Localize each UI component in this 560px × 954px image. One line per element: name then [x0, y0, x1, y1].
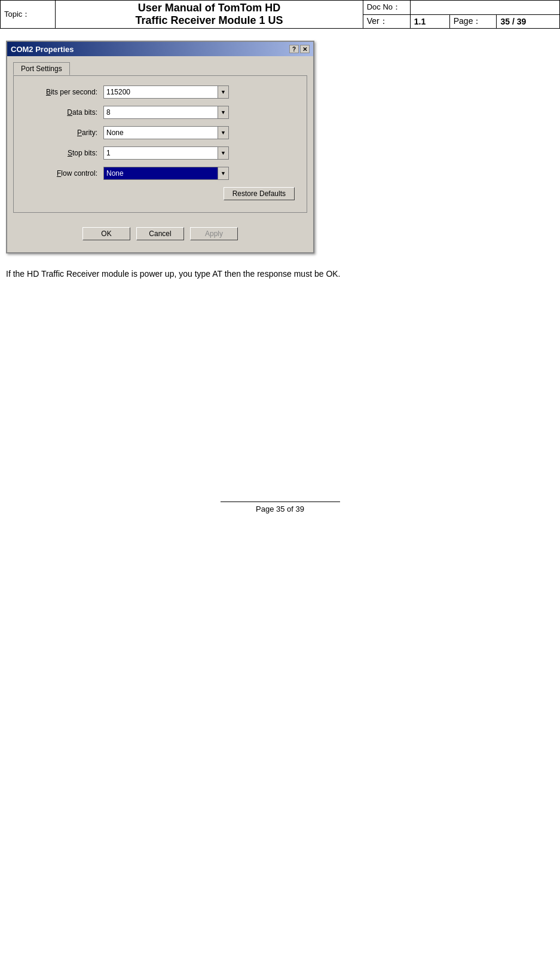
parity-dropdown[interactable]: ▼: [218, 126, 229, 139]
parity-label: Parity:: [26, 129, 97, 137]
com2-properties-dialog: COM2 Properties ? ✕ Port Settings: [6, 41, 314, 253]
page-label: Page：: [449, 14, 497, 29]
topic-label: Topic：: [1, 1, 56, 29]
bits-per-second-dropdown[interactable]: ▼: [218, 85, 229, 99]
bits-per-second-field[interactable]: 115200: [103, 85, 218, 99]
docno-value: [410, 1, 559, 15]
docno-label: Doc No：: [363, 1, 410, 15]
screenshot-container: COM2 Properties ? ✕ Port Settings: [6, 41, 554, 253]
bits-per-second-label: Bits per second:: [26, 88, 97, 96]
page-footer: Page 35 of 39: [221, 502, 340, 513]
tab-port-settings[interactable]: Port Settings: [13, 62, 70, 75]
ok-button[interactable]: OK: [82, 227, 130, 240]
flow-control-field[interactable]: None: [103, 167, 218, 180]
data-bits-dropdown[interactable]: ▼: [218, 106, 229, 119]
cancel-button[interactable]: Cancel: [136, 227, 184, 240]
stop-bits-label: Stop bits:: [26, 149, 97, 157]
bits-per-second-row: Bits per second: 115200 ▼: [26, 85, 295, 99]
page-value: 35 / 39: [497, 14, 560, 29]
main-content: COM2 Properties ? ✕ Port Settings: [0, 29, 560, 292]
data-bits-wrapper: 8 ▼: [103, 106, 229, 119]
dialog-tabs: Port Settings: [13, 62, 307, 75]
body-paragraph: If the HD Traffic Receiver module is pow…: [6, 268, 554, 280]
close-button[interactable]: ✕: [300, 45, 310, 53]
header-table: Topic： User Manual of TomTom HD Traffic …: [0, 0, 560, 29]
restore-btn-row: Restore Defaults: [26, 187, 295, 200]
dialog-body: Port Settings Bits per second: 115200: [7, 56, 313, 252]
parity-field[interactable]: None: [103, 126, 218, 139]
flow-control-row: Flow control: None ▼: [26, 167, 295, 180]
stop-bits-field[interactable]: 1: [103, 146, 218, 160]
dialog-bottom-buttons: OK Cancel Apply: [13, 222, 307, 246]
parity-row: Parity: None ▼: [26, 126, 295, 139]
flow-control-label: Flow control:: [26, 169, 97, 178]
parity-wrapper: None ▼: [103, 126, 229, 139]
flow-control-dropdown[interactable]: ▼: [218, 167, 229, 180]
data-bits-field[interactable]: 8: [103, 106, 218, 119]
flow-control-wrapper: None ▼: [103, 167, 229, 180]
titlebar-buttons: ? ✕: [289, 45, 310, 53]
port-settings-frame: Bits per second: 115200 ▼ Data bits:: [13, 75, 307, 213]
help-button[interactable]: ?: [289, 45, 299, 53]
dialog-title: COM2 Properties: [11, 45, 289, 54]
data-bits-row: Data bits: 8 ▼: [26, 106, 295, 119]
dialog-titlebar: COM2 Properties ? ✕: [7, 42, 313, 56]
ver-value: 1.1: [410, 14, 449, 29]
restore-defaults-button[interactable]: Restore Defaults: [224, 187, 295, 200]
data-bits-label: Data bits:: [26, 108, 97, 117]
stop-bits-dropdown[interactable]: ▼: [218, 146, 229, 160]
stop-bits-wrapper: 1 ▼: [103, 146, 229, 160]
doc-title: User Manual of TomTom HD Traffic Receive…: [56, 1, 363, 29]
stop-bits-row: Stop bits: 1 ▼: [26, 146, 295, 160]
apply-button[interactable]: Apply: [190, 227, 238, 240]
ver-label: Ver：: [363, 14, 410, 29]
bits-per-second-wrapper: 115200 ▼: [103, 85, 229, 99]
